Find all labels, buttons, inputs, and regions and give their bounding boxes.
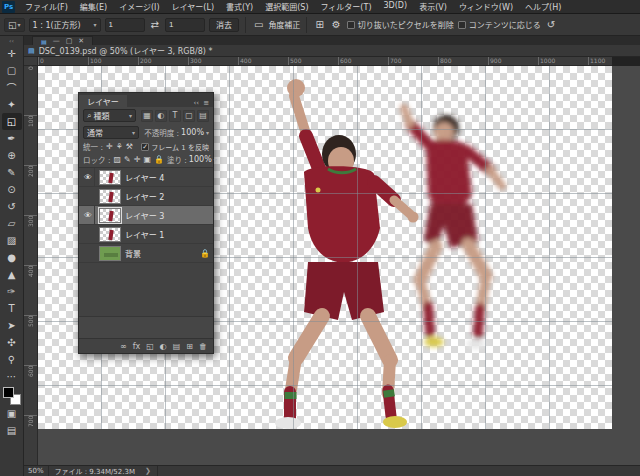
quick-selection-tool[interactable]: ✦ [2, 96, 22, 113]
crop-settings-gear-icon[interactable]: ⚙ [330, 19, 343, 30]
clear-button[interactable]: 消去 [209, 18, 239, 32]
zoom-level[interactable]: 50% [28, 467, 44, 475]
menu-image[interactable]: イメージ(I) [113, 1, 165, 12]
menu-file[interactable]: ファイル(F) [19, 1, 74, 12]
layer-mask-icon[interactable]: ◱ [146, 342, 154, 351]
unify-visibility-icon[interactable]: ⚘ [116, 142, 123, 151]
crop-width-input[interactable] [105, 18, 145, 32]
gradient-tool[interactable]: ▨ [2, 232, 22, 249]
crop-tool[interactable]: ◱ [2, 113, 22, 130]
propagate-frame1-checkbox[interactable]: ✓ フレーム 1 を反映 [141, 142, 209, 152]
screen-mode-button[interactable]: ▤ [2, 422, 22, 439]
hand-tool[interactable]: ✣ [2, 334, 22, 351]
quick-mask-button[interactable]: ▣ [2, 405, 22, 422]
aspect-ratio-select[interactable]: 1 : 1(正方形) ▾ [29, 18, 101, 32]
new-layer-icon[interactable]: ⊞ [186, 342, 193, 351]
panel-collapse-icon[interactable]: ‹‹ [194, 99, 200, 107]
content-aware-checkbox[interactable]: コンテンツに応じる [458, 19, 541, 30]
chevron-down-icon: ▾ [94, 21, 97, 28]
file-size-indicator[interactable]: ファイル : 9.34M/52.3M ❯ [48, 466, 158, 476]
minimize-icon[interactable]: — [53, 37, 60, 45]
tab-layers[interactable]: レイヤー [79, 95, 127, 107]
foreground-color-swatch[interactable] [3, 387, 14, 398]
options-bar: ◱ ▾ 1 : 1(正方形) ▾ ⇄ 消去 ▭ 角度補正 ⊞ ⚙ 切り抜いたピク… [0, 14, 640, 36]
history-brush-tool[interactable]: ↺ [2, 198, 22, 215]
delete-layer-icon[interactable]: 🗑 [199, 342, 207, 351]
opacity-control[interactable]: 不透明度 : 100% ▾ [144, 127, 209, 138]
layer-row-layer2[interactable]: 👁 レイヤー 2 [79, 187, 213, 206]
link-layers-icon[interactable]: ∞ [120, 342, 127, 351]
visibility-eye-icon[interactable]: 👁 [82, 206, 95, 224]
filter-adjustment-layers-icon[interactable]: ◐ [155, 110, 167, 122]
layer-row-layer4[interactable]: 👁 レイヤー 4 [79, 168, 213, 187]
unify-style-icon[interactable]: ⚒ [126, 142, 133, 151]
layer-style-icon[interactable]: fx [133, 342, 141, 351]
close-icon[interactable]: ✕ [78, 37, 84, 45]
lock-position-icon[interactable]: ✛ [134, 155, 141, 164]
swap-dimensions-icon[interactable]: ⇄ [149, 19, 161, 30]
lasso-tool[interactable]: ⌒ [2, 79, 22, 96]
edit-toolbar[interactable]: ⋯ [2, 368, 22, 385]
menu-window[interactable]: ウィンドウ(W) [453, 1, 519, 12]
checkbox-checked-icon: ✓ [141, 143, 149, 151]
new-group-icon[interactable]: ▤ [173, 342, 181, 351]
zoom-tool[interactable]: ⚲ [2, 351, 22, 368]
maximize-icon[interactable]: ▢ [66, 37, 73, 45]
overlay-options-icon[interactable]: ⊞ [313, 19, 325, 30]
layer-filter-select[interactable]: ⌕ 種類 ▾ [83, 109, 136, 122]
lock-artboard-icon[interactable]: ▣ [143, 155, 151, 164]
layer-thumbnail[interactable] [99, 208, 121, 223]
adjustment-layer-icon[interactable]: ◐ [160, 342, 167, 351]
eraser-tool[interactable]: ▱ [2, 215, 22, 232]
type-tool[interactable]: T [2, 300, 22, 317]
reset-icon[interactable]: ↺ [545, 19, 557, 30]
dodge-tool[interactable]: ▲ [2, 266, 22, 283]
layers-panel-bottom-bar: ∞fx◱◐▤⊞🗑 [79, 338, 213, 353]
menu-help[interactable]: ヘルプ(H) [519, 1, 567, 12]
layer-thumbnail[interactable] [99, 227, 121, 242]
lock-pixels-icon[interactable]: ✎ [124, 155, 131, 164]
unify-position-icon[interactable]: ✛ [106, 142, 113, 151]
marquee-tool[interactable]: ▢ [2, 62, 22, 79]
menu-select[interactable]: 選択範囲(S) [259, 1, 314, 12]
filter-smart-objects-icon[interactable]: ▤ [197, 110, 209, 122]
blend-mode-select[interactable]: 通常 ▾ [83, 126, 139, 139]
move-tool[interactable]: ✛ [2, 45, 22, 62]
path-selection-tool[interactable]: ➤ [2, 317, 22, 334]
panel-menu-icon[interactable]: ≡ [203, 99, 209, 107]
layer-thumbnail[interactable] [99, 170, 121, 185]
menu-layer[interactable]: レイヤー(L) [166, 1, 220, 12]
brush-tool[interactable]: ✎ [2, 164, 22, 181]
clone-stamp-tool[interactable]: ⊙ [2, 181, 22, 198]
menu-edit[interactable]: 編集(E) [74, 1, 113, 12]
filter-type-layers-icon[interactable]: T [169, 110, 181, 122]
toolbar-collapse-icon[interactable]: ‹‹ [9, 37, 14, 45]
straighten-button[interactable]: ▭ 角度補正 [252, 19, 300, 30]
visibility-eye-icon[interactable]: 👁 [82, 168, 95, 186]
color-swatches[interactable] [3, 387, 21, 405]
menu-type[interactable]: 書式(Y) [220, 1, 259, 12]
pen-tool[interactable]: ✑ [2, 283, 22, 300]
layer-row-layer3[interactable]: 👁 レイヤー 3 [79, 206, 213, 225]
menu-3d[interactable]: 3D(D) [378, 1, 414, 12]
menu-view[interactable]: 表示(V) [413, 1, 453, 12]
lock-transparency-icon[interactable]: ▨ [113, 155, 121, 164]
fill-control[interactable]: 塗り : 100% ▾ [167, 154, 217, 165]
crop-tool-preset[interactable]: ◱ ▾ [4, 18, 25, 32]
status-options-arrow-icon[interactable]: ❯ [145, 467, 151, 475]
delete-cropped-pixels-checkbox[interactable]: 切り抜いたピクセルを削除 [347, 19, 454, 30]
crop-height-input[interactable] [165, 18, 205, 32]
layer-row-background[interactable]: 👁 背景 🔒 [79, 244, 213, 263]
list-item: 300 [188, 57, 238, 66]
lock-all-icon[interactable]: 🔒 [154, 155, 164, 164]
filter-shape-layers-icon[interactable]: ▢ [183, 110, 195, 122]
healing-brush-tool[interactable]: ⊕ [2, 147, 22, 164]
layer-row-layer1[interactable]: 👁 レイヤー 1 [79, 225, 213, 244]
list-item: 100 [88, 57, 138, 66]
layer-thumbnail[interactable] [99, 189, 121, 204]
layer-thumbnail[interactable] [99, 246, 121, 261]
blur-tool[interactable]: ● [2, 249, 22, 266]
eyedropper-tool[interactable]: ✒ [2, 130, 22, 147]
filter-pixel-layers-icon[interactable]: ▦ [141, 110, 153, 122]
menu-filter[interactable]: フィルター(T) [315, 1, 378, 12]
